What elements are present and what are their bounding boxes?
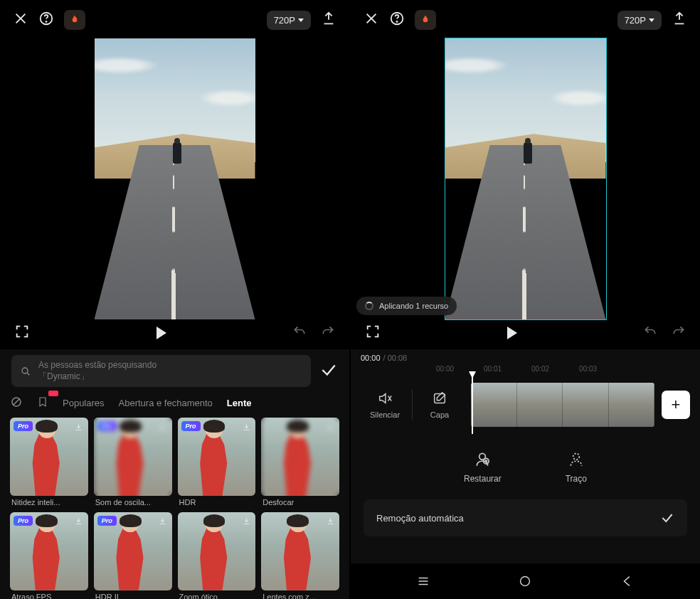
flame-icon[interactable] — [415, 10, 436, 30]
tab-lente[interactable]: Lente — [227, 398, 252, 408]
applying-status: Aplicando 1 recurso — [356, 297, 457, 315]
tab-abertura[interactable]: Abertura e fechamento — [119, 398, 213, 408]
download-icon — [157, 516, 169, 527]
effect-label: Som de oscila... — [94, 496, 172, 507]
timeline-panel: 00:00 / 00:08 00:0000:0100:0200:03 Silen… — [351, 349, 700, 563]
effect-label: HDR II — [94, 590, 172, 599]
cover-button[interactable]: Capa — [413, 391, 467, 419]
chevron-down-icon — [649, 18, 654, 22]
video-preview — [0, 36, 349, 324]
top-toolbar: 720P — [351, 0, 700, 36]
play-button[interactable] — [507, 327, 517, 339]
recents-button[interactable] — [415, 573, 431, 592]
effect-label: Zoom ótico — [178, 590, 256, 599]
pro-badge: Pro — [14, 516, 33, 526]
pro-badge: Pro — [97, 516, 117, 526]
effect-thumb[interactable]: Pro — [94, 512, 172, 590]
effect-label: Atraso FPS — [10, 590, 88, 599]
transport-bar — [0, 324, 349, 349]
close-icon[interactable] — [13, 11, 28, 29]
export-icon[interactable] — [672, 11, 687, 29]
pro-badge: Pro — [14, 421, 33, 431]
flame-icon[interactable] — [64, 10, 85, 30]
ruler-tick: 00:00 — [436, 365, 454, 373]
effect-label: HDR — [178, 496, 256, 507]
preview-frame[interactable] — [95, 38, 255, 319]
new-badge — [48, 391, 58, 396]
stroke-label: Traço — [566, 474, 587, 484]
fullscreen-icon[interactable] — [365, 324, 381, 342]
effect-label: Desfocar — [261, 496, 339, 507]
home-button[interactable] — [517, 573, 533, 592]
resolution-selector[interactable]: 720P — [267, 11, 311, 30]
download-icon — [73, 516, 85, 527]
play-button[interactable] — [157, 327, 166, 339]
download-icon — [240, 516, 252, 527]
close-icon[interactable] — [364, 11, 379, 29]
mute-button[interactable]: Silenciar — [358, 391, 412, 419]
search-icon — [20, 366, 31, 377]
redo-icon[interactable] — [321, 324, 335, 341]
effect-thumb[interactable]: Pro — [10, 512, 88, 590]
effect-thumb[interactable] — [178, 512, 256, 590]
back-button[interactable] — [620, 573, 635, 592]
undo-icon[interactable] — [643, 324, 657, 341]
favorites-tab[interactable] — [37, 396, 48, 410]
add-clip-button[interactable]: + — [662, 391, 690, 419]
time-current: 00:00 — [361, 354, 381, 362]
effect-thumb[interactable] — [261, 418, 339, 496]
mute-label: Silenciar — [370, 410, 400, 419]
svg-point-1 — [46, 21, 46, 22]
fullscreen-icon[interactable] — [14, 324, 30, 342]
effects-panel: As pessoas estão pesquisando 「Dynamic」 P… — [0, 349, 349, 599]
ruler-tick: 00:02 — [531, 365, 549, 373]
help-icon[interactable] — [38, 11, 54, 29]
redo-icon[interactable] — [672, 324, 686, 341]
auto-remove-row[interactable]: Remoção automática — [364, 499, 687, 536]
svg-point-11 — [521, 577, 530, 586]
undo-icon[interactable] — [292, 324, 307, 341]
restore-button[interactable]: Restaurar — [464, 450, 502, 484]
preview-frame[interactable] — [445, 38, 606, 319]
cover-label: Capa — [430, 410, 449, 419]
restore-label: Restaurar — [464, 474, 502, 484]
effects-tabs: Populares Abertura e fechamento Lente — [0, 390, 349, 418]
effect-thumb[interactable] — [261, 512, 339, 590]
resolution-label: 720P — [625, 15, 646, 26]
download-icon — [157, 421, 169, 433]
check-icon — [660, 511, 674, 525]
effect-thumb[interactable]: Pro — [94, 418, 172, 496]
top-toolbar: 720P — [0, 0, 349, 36]
ruler-tick: 00:01 — [484, 365, 502, 373]
pro-badge: Pro — [181, 421, 201, 431]
effect-thumb[interactable]: Pro — [178, 418, 256, 496]
confirm-button[interactable] — [319, 361, 338, 382]
timeline-ruler: 00:0000:0100:0200:03 — [351, 364, 700, 378]
search-placeholder: As pessoas estão pesquisando 「Dynamic」 — [38, 360, 157, 382]
auto-remove-label: Remoção automática — [376, 513, 464, 524]
download-icon — [240, 421, 252, 433]
pro-badge: Pro — [97, 421, 117, 431]
tab-populares[interactable]: Populares — [63, 398, 105, 408]
search-input[interactable]: As pessoas estão pesquisando 「Dynamic」 — [11, 355, 311, 387]
ruler-tick: 00:03 — [579, 365, 597, 373]
chevron-down-icon — [298, 18, 304, 22]
android-navbar — [351, 563, 700, 599]
none-effect-icon[interactable] — [10, 396, 23, 410]
effects-grid: ProNitidez inteli...ProSom de oscila...P… — [0, 418, 349, 512]
resolution-selector[interactable]: 720P — [617, 11, 662, 30]
screen-effects-panel: 720P As pessoas estão pesquisando 「Dynam… — [0, 0, 349, 599]
time-total: / 00:08 — [383, 354, 408, 362]
effect-label: Lentes com z... — [261, 590, 339, 599]
effect-thumb[interactable]: Pro — [10, 418, 88, 496]
effects-grid-2: ProAtraso FPSProHDR IIZoom óticoLentes c… — [0, 512, 349, 599]
screen-timeline-panel: 720P Aplicando 1 recurso 00:00 / 00:08 0… — [351, 0, 700, 599]
svg-point-6 — [396, 21, 397, 22]
video-clip[interactable] — [471, 383, 654, 427]
export-icon[interactable] — [321, 11, 336, 29]
stroke-button[interactable]: Traço — [566, 450, 587, 484]
help-icon[interactable] — [389, 11, 405, 29]
playhead[interactable] — [472, 376, 473, 434]
svg-point-10 — [573, 453, 579, 460]
download-icon — [73, 421, 85, 433]
